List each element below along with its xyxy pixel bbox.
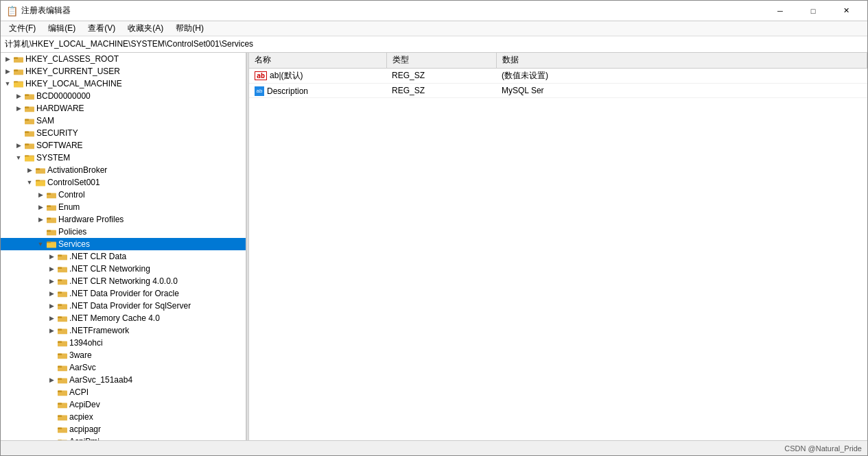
maximize-button[interactable]: □ xyxy=(797,1,829,21)
svg-rect-28 xyxy=(47,205,51,207)
tree-item[interactable]: 1394ohci xyxy=(1,337,246,349)
folder-icon xyxy=(57,300,68,311)
svg-rect-32 xyxy=(47,230,51,232)
tree-item[interactable]: Policies xyxy=(1,226,246,238)
tree-item[interactable]: SECURITY xyxy=(1,127,246,139)
svg-rect-57 xyxy=(58,378,62,380)
tree-item[interactable]: ActivationBroker xyxy=(1,164,246,176)
svg-rect-55 xyxy=(58,365,62,368)
tree-item[interactable]: Enum xyxy=(1,201,246,213)
svg-rect-63 xyxy=(58,415,62,417)
tree-item-label: SOFTWARE xyxy=(36,141,83,150)
tree-item[interactable]: ACPI xyxy=(1,386,246,398)
menu-view[interactable]: 查看(V) xyxy=(82,21,121,36)
tree-item-label: HKEY_CURRENT_USER xyxy=(25,67,120,76)
tree-arrow xyxy=(35,202,46,213)
tree-item[interactable]: AarSvc_151aab4 xyxy=(1,374,246,386)
col-name[interactable]: 名称 xyxy=(249,53,386,68)
menu-help[interactable]: 帮助(H) xyxy=(170,21,209,36)
folder-icon xyxy=(13,66,24,77)
tree-item[interactable]: .NET CLR Networking xyxy=(1,263,246,275)
tree-item-label: .NET CLR Data xyxy=(69,252,126,261)
folder-icon xyxy=(24,115,35,126)
tree-item[interactable]: SOFTWARE xyxy=(1,139,246,152)
folder-icon xyxy=(57,374,68,385)
status-right: CSDN @Natural_Pride xyxy=(784,444,862,453)
tree-item[interactable]: AcpiDev xyxy=(1,398,246,411)
tree-item[interactable]: .NETFramework xyxy=(1,324,246,337)
svg-rect-61 xyxy=(58,403,62,405)
registry-row[interactable]: ab ab|(默认) REG_SZ(数值未设置) xyxy=(249,68,867,83)
tree-item-label: .NET Data Provider for Oracle xyxy=(69,289,179,298)
tree-item[interactable]: Control xyxy=(1,189,246,201)
tree-item[interactable]: .NET Data Provider for SqlServer xyxy=(1,300,246,312)
tree-item[interactable]: HKEY_CURRENT_USER xyxy=(1,65,246,77)
tree-item[interactable]: Services xyxy=(1,238,246,250)
tree-item[interactable]: BCD00000000 xyxy=(1,90,246,102)
menu-file[interactable]: 文件(F) xyxy=(3,21,41,36)
svg-rect-41 xyxy=(58,279,62,281)
tree-item[interactable]: HARDWARE xyxy=(1,102,246,115)
tree-item[interactable]: 3ware xyxy=(1,349,246,361)
col-data[interactable]: 数据 xyxy=(496,53,867,68)
main-content: HKEY_CLASSES_ROOT HKEY_CURRENT_USER HKEY… xyxy=(1,53,867,440)
tree-item-label: Hardware Profiles xyxy=(58,215,124,224)
folder-icon xyxy=(46,214,57,225)
tree-item[interactable]: AcpiPmi xyxy=(1,435,246,440)
tree-item-label: .NET Data Provider for SqlServer xyxy=(69,301,191,311)
tree-item[interactable]: AarSvc xyxy=(1,361,246,374)
tree-arrow xyxy=(35,239,46,250)
tree-item[interactable]: acpipagr xyxy=(1,423,246,435)
tree-arrow xyxy=(35,214,46,225)
tree-item[interactable]: HKEY_CLASSES_ROOT xyxy=(1,53,246,65)
tree-item[interactable]: .NET CLR Data xyxy=(1,250,246,263)
tree-item[interactable]: .NET Data Provider for Oracle xyxy=(1,287,246,300)
tree-item-label: HARDWARE xyxy=(36,104,84,113)
svg-rect-8 xyxy=(25,94,29,96)
tree-item-label: AarSvc_151aab4 xyxy=(69,375,132,385)
folder-icon xyxy=(57,276,68,287)
tree-item-label: Control xyxy=(58,190,85,200)
folder-icon xyxy=(24,140,35,151)
folder-icon xyxy=(35,165,46,176)
tree-item[interactable]: Hardware Profiles xyxy=(1,213,246,226)
folder-icon xyxy=(35,177,46,188)
folder-icon xyxy=(46,226,57,237)
menu-favorites[interactable]: 收藏夹(A) xyxy=(122,21,169,36)
reg-name-label: ab|(默认) xyxy=(270,70,303,82)
folder-icon xyxy=(57,362,68,373)
tree-item[interactable]: .NET Memory Cache 4.0 xyxy=(1,312,246,324)
svg-rect-19 xyxy=(25,156,34,161)
tree-item-label: .NET CLR Networking xyxy=(69,264,150,274)
folder-icon xyxy=(57,399,68,410)
tree-arrow xyxy=(13,103,24,114)
tree-item[interactable]: .NET CLR Networking 4.0.0.0 xyxy=(1,275,246,287)
folder-icon xyxy=(24,128,35,139)
svg-rect-24 xyxy=(36,181,45,186)
col-type[interactable]: 类型 xyxy=(386,53,496,68)
svg-rect-39 xyxy=(58,267,62,269)
folder-icon xyxy=(57,337,68,348)
folder-icon xyxy=(57,436,68,440)
svg-rect-26 xyxy=(47,193,51,195)
svg-rect-6 xyxy=(14,82,23,87)
svg-rect-59 xyxy=(58,390,62,392)
tree-item[interactable]: acpiex xyxy=(1,411,246,423)
folder-icon xyxy=(57,325,68,336)
minimize-button[interactable]: ─ xyxy=(764,1,796,21)
svg-rect-30 xyxy=(47,217,51,219)
reg-data-cell: (数值未设置) xyxy=(496,68,867,83)
tree-item[interactable]: HKEY_LOCAL_MACHINE xyxy=(1,77,246,90)
reg-value-icon: ab xyxy=(255,86,264,96)
title-bar: 📋 注册表编辑器 ─ □ ✕ xyxy=(1,1,867,21)
tree-item[interactable]: ControlSet001 xyxy=(1,176,246,189)
tree-item[interactable]: SYSTEM xyxy=(1,152,246,164)
tree-item-label: .NETFramework xyxy=(69,326,129,335)
close-button[interactable]: ✕ xyxy=(830,1,862,21)
tree-item-label: .NET Memory Cache 4.0 xyxy=(69,313,160,323)
folder-icon xyxy=(57,251,68,262)
tree-item[interactable]: SAM xyxy=(1,115,246,127)
tree-item-label: HKEY_LOCAL_MACHINE xyxy=(25,79,122,88)
menu-edit[interactable]: 编辑(E) xyxy=(43,21,81,36)
registry-row[interactable]: ab Description REG_SZMySQL Ser xyxy=(249,83,867,97)
